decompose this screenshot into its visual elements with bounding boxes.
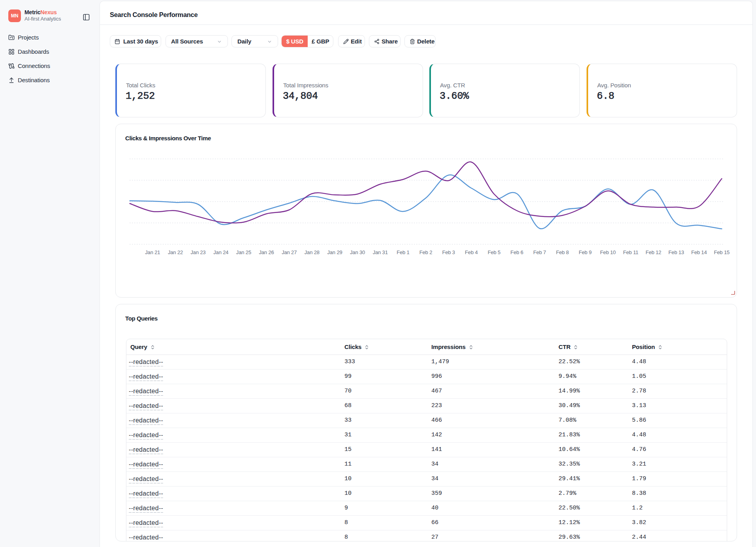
svg-text:Jan 31: Jan 31	[373, 249, 388, 255]
svg-text:Feb 6: Feb 6	[510, 249, 523, 255]
svg-text:Feb 10: Feb 10	[600, 249, 616, 255]
svg-text:Jan 27: Jan 27	[282, 249, 297, 255]
svg-text:Jan 22: Jan 22	[168, 249, 183, 255]
svg-text:Jan 23: Jan 23	[191, 249, 206, 255]
svg-text:Jan 24: Jan 24	[213, 249, 228, 255]
svg-text:Feb 2: Feb 2	[419, 249, 433, 255]
svg-text:Jan 26: Jan 26	[259, 249, 274, 255]
svg-text:Jan 29: Jan 29	[327, 249, 342, 255]
svg-text:Feb 13: Feb 13	[668, 249, 684, 255]
svg-text:Feb 12: Feb 12	[646, 249, 662, 255]
svg-text:Feb 8: Feb 8	[556, 249, 569, 255]
svg-text:Feb 5: Feb 5	[488, 249, 501, 255]
svg-text:Jan 30: Jan 30	[350, 249, 365, 255]
svg-text:Jan 25: Jan 25	[236, 249, 251, 255]
svg-text:Jan 28: Jan 28	[305, 249, 320, 255]
svg-text:Feb 9: Feb 9	[579, 249, 592, 255]
svg-text:Feb 7: Feb 7	[533, 249, 546, 255]
svg-text:Feb 3: Feb 3	[442, 249, 455, 255]
svg-text:Feb 14: Feb 14	[691, 249, 707, 255]
svg-text:Feb 11: Feb 11	[623, 249, 638, 255]
svg-text:Feb 1: Feb 1	[397, 249, 410, 255]
svg-text:Feb 4: Feb 4	[465, 249, 478, 255]
svg-text:Feb 15: Feb 15	[714, 249, 730, 255]
svg-text:Jan 21: Jan 21	[145, 249, 160, 255]
